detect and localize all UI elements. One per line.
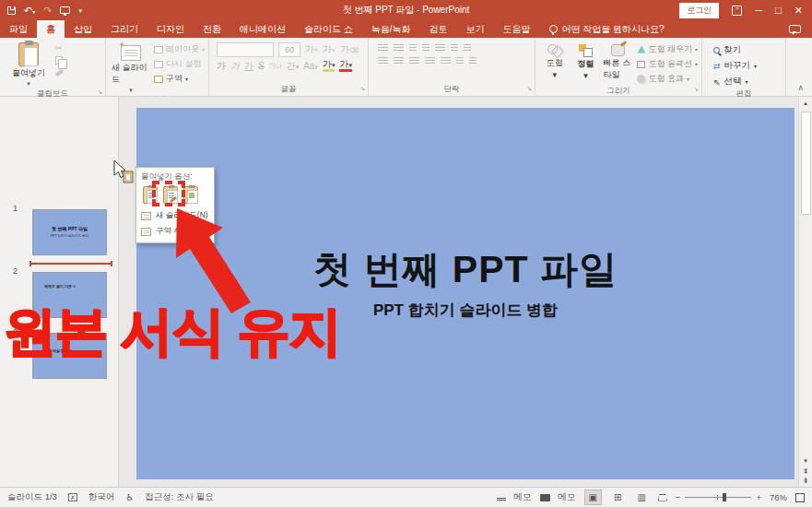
new-slide-icon — [121, 45, 141, 61]
tab-home[interactable]: 홈 — [37, 20, 65, 38]
accessibility-icon: ♿ — [125, 492, 134, 502]
customize-qat-icon[interactable]: ▾ — [78, 7, 82, 14]
slide-thumbnail-1[interactable]: 첫 번째 PPT 파일 PPT 합치기 슬라이드 병합 — [32, 209, 107, 255]
distribute-icon — [441, 57, 451, 65]
next-slide-icon[interactable]: ⇟ — [803, 477, 809, 485]
zoom-slider-thumb[interactable] — [723, 493, 726, 501]
slide-number: 1 — [13, 204, 18, 213]
zoom-out-icon[interactable]: − — [676, 492, 681, 502]
font-dialog-launcher-icon[interactable]: ↘ — [359, 82, 365, 94]
slides-group: 새 슬라이드 ▾ 레이아웃 ▾ 다시 설정 구역 ▾ 슬라이드 — [106, 38, 209, 96]
accessibility-status[interactable]: 접근성: 조사 필요 — [145, 491, 213, 503]
ribbon: 붙여넣기 ▾ ✂ ▾ 클립보드 ↘ 새 슬라이드 ▾ — [0, 38, 812, 97]
find-button[interactable]: 찾기 — [713, 44, 757, 56]
comments-toggle[interactable]: 메모 — [559, 491, 576, 503]
zoom-slider[interactable] — [685, 497, 751, 498]
numbering-icon — [394, 44, 404, 53]
status-bar: 슬라이드 1/3 ✗ 한국어 ♿ 접근성: 조사 필요 메모 메모 ▣ ⊞ ▥ … — [0, 487, 812, 507]
underline-icon: 가 — [244, 62, 253, 71]
text-direction-icon — [451, 44, 458, 53]
ribbon-display-options-icon[interactable]: ⌃ — [732, 6, 742, 16]
tab-draw[interactable]: 그리기 — [101, 20, 147, 38]
tab-insert[interactable]: 삽입 — [65, 20, 101, 38]
spellcheck-icon[interactable]: ✗ — [68, 493, 77, 501]
start-slideshow-icon[interactable] — [60, 6, 70, 14]
arrange-icon — [579, 44, 593, 57]
tab-help[interactable]: 도움말 — [494, 20, 540, 38]
tab-record[interactable]: 녹음/녹화 — [362, 20, 420, 38]
align-center-icon — [394, 57, 404, 65]
comments-icon[interactable] — [789, 25, 801, 33]
normal-view-button[interactable]: ▣ — [584, 489, 602, 505]
zoom-percentage[interactable]: 76% — [770, 492, 787, 502]
shape-fill-button[interactable]: 도형 채우기 ▾ — [637, 43, 698, 55]
strikethrough-icon: S — [258, 62, 265, 71]
slide-canvas[interactable]: 첫 번째 PPT 파일 PPT 합치기 슬라이드 병합 — [136, 108, 794, 479]
scrollbar-thumb[interactable] — [801, 112, 811, 215]
slideshow-view-icon[interactable] — [658, 494, 667, 501]
new-slide-menu-icon — [141, 212, 151, 220]
powerpoint-window: ↶▾ ↷ ▾ 첫 번째 PPT 파일 - PowerPoint 로그인 ⌃ ─ … — [0, 0, 812, 507]
paste-button[interactable]: 붙여넣기 ▾ — [6, 41, 52, 88]
maximize-button[interactable]: □ — [775, 5, 782, 16]
paste-insertion-indicator — [30, 263, 112, 265]
paragraph-group-label: 단락 — [444, 84, 460, 93]
fit-to-window-icon[interactable] — [795, 493, 805, 502]
collapse-ribbon-icon[interactable]: ∧ — [797, 83, 804, 92]
align-text-icon — [464, 44, 471, 53]
save-icon[interactable] — [7, 6, 16, 15]
shapes-button[interactable]: 도형▾ — [541, 41, 569, 85]
drawing-group: 도형▾ 정렬▾ 빠른 스타일 도형 채우기 ▾ 도형 윤곽선 ▾ 도형 효과 ▾… — [535, 38, 702, 96]
select-button[interactable]: ⇖선택 ▾ — [713, 76, 757, 88]
tab-animations[interactable]: 애니메이션 — [230, 20, 295, 38]
shrink-font-icon: 가˅ — [323, 45, 335, 54]
reading-view-button[interactable]: ▥ — [633, 490, 649, 504]
tab-view[interactable]: 보기 — [457, 20, 494, 38]
editing-group: 찾기 ⇄바꾸기 ▾ ⇖선택 ▾ 편집 — [702, 38, 786, 96]
paragraph-dialog-launcher-icon[interactable]: ↘ — [526, 82, 532, 94]
new-slide-button[interactable]: 새 슬라이드 ▾ — [112, 41, 150, 94]
close-button[interactable]: ✕ — [794, 5, 803, 17]
tab-file[interactable]: 파일 — [0, 20, 37, 38]
paste-as-picture-icon[interactable] — [183, 186, 198, 204]
scroll-down-icon[interactable]: ▾ — [804, 454, 807, 467]
font-name-input — [217, 42, 274, 57]
zoom-in-icon[interactable]: + — [756, 492, 761, 502]
increase-indent-icon — [422, 44, 430, 53]
paste-caret-icon: ▾ — [27, 80, 30, 88]
tab-transitions[interactable]: 전환 — [194, 20, 230, 38]
slide-title-text[interactable]: 첫 번째 PPT 파일 — [136, 244, 794, 295]
replace-icon: ⇄ — [713, 62, 721, 71]
quick-access-toolbar: ↶▾ ↷ ▾ — [0, 6, 138, 16]
font-group: 60 가˄ 가˅ 가⌫ 가 가 가 S 가나 간▾ Aa▾ 가▾ 가 — [209, 38, 369, 96]
ribbon-tab-row: 파일 홈 삽입 그리기 디자인 전환 애니메이션 슬라이드 쇼 녹음/녹화 검토… — [0, 20, 812, 38]
minimize-button[interactable]: ─ — [755, 5, 762, 16]
new-slide-caret-icon: ▾ — [129, 87, 133, 94]
vertical-scrollbar[interactable]: ▴ ▾ ⇞ ⇟ — [798, 97, 812, 487]
scroll-up-icon[interactable]: ▴ — [804, 97, 807, 110]
quick-styles-button[interactable]: 빠른 스타일 — [603, 41, 633, 85]
login-button[interactable]: 로그인 — [679, 3, 719, 18]
context-new-slide-item[interactable]: 새 슬라이드(N) — [136, 207, 214, 223]
columns-icon — [456, 57, 464, 65]
tab-design[interactable]: 디자인 — [147, 20, 194, 38]
drawing-dialog-launcher-icon[interactable]: ↘ — [693, 83, 699, 95]
language-label[interactable]: 한국어 — [88, 491, 115, 503]
previous-slide-icon[interactable]: ⇞ — [803, 467, 809, 476]
tab-slideshow[interactable]: 슬라이드 쇼 — [295, 20, 362, 38]
notes-toggle[interactable]: 메모 — [514, 491, 532, 503]
tell-me-search[interactable]: 어떤 작업을 원하시나요? — [540, 20, 674, 38]
arrange-button[interactable]: 정렬▾ — [572, 41, 600, 85]
context-add-section-item[interactable]: 구역 추가 — [136, 223, 214, 239]
undo-icon[interactable]: ↶▾ — [24, 6, 35, 16]
font-color-icon[interactable]: 가▾ — [339, 60, 352, 72]
tab-review[interactable]: 검토 — [420, 20, 457, 38]
replace-button[interactable]: ⇄바꾸기 ▾ — [713, 60, 757, 72]
slide-sorter-view-button[interactable]: ⊞ — [610, 490, 625, 504]
section-button[interactable]: 구역 ▾ — [154, 73, 205, 85]
paste-icon — [18, 42, 39, 66]
highlight-color-icon[interactable]: 가▾ — [323, 60, 335, 72]
decrease-indent-icon — [409, 44, 417, 53]
shape-outline-button[interactable]: 도형 윤곽선 ▾ — [637, 58, 698, 70]
shape-effects-button[interactable]: 도형 효과 ▾ — [637, 73, 698, 85]
